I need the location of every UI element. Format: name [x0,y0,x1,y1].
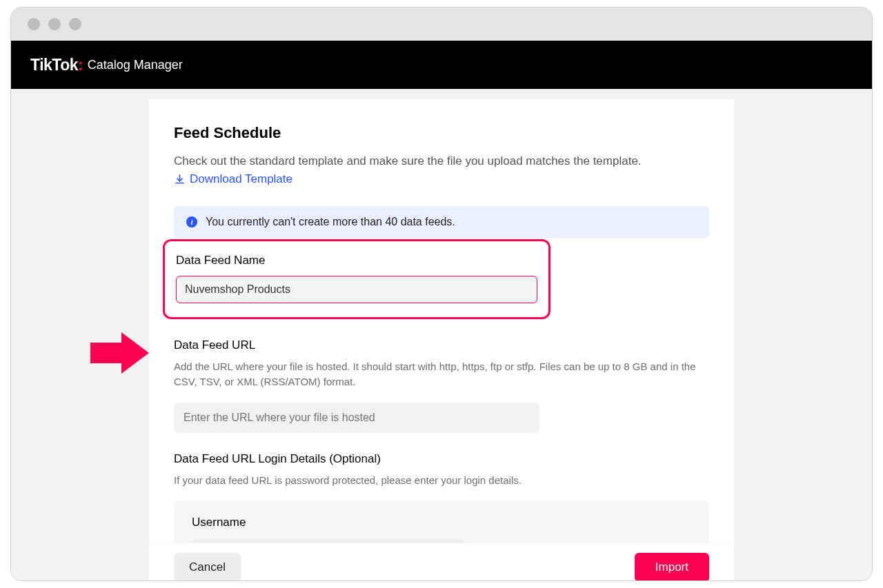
footer-bar: Cancel Import [149,543,734,580]
brand-name: TikTok [30,56,78,74]
browser-frame: TikTok: Catalog Manager Feed Schedule Ch… [10,7,873,581]
feed-url-label: Data Feed URL [174,338,709,352]
feed-name-highlight: Data Feed Name [163,239,550,319]
window-minimize-dot[interactable] [48,18,61,30]
window-maximize-dot[interactable] [69,18,81,30]
download-template-link[interactable]: Download Template [174,172,292,186]
app-header: TikTok: Catalog Manager [11,41,872,89]
feed-url-helper: Add the URL where your file is hosted. I… [174,359,709,390]
login-details-helper: If your data feed URL is password protec… [174,473,709,489]
feed-name-input[interactable] [176,276,537,303]
cancel-button[interactable]: Cancel [174,553,241,581]
page-subtitle: Check out the standard template and make… [174,154,709,168]
brand-subtitle: Catalog Manager [88,58,183,72]
login-details-label: Data Feed URL Login Details (Optional) [174,452,709,466]
info-banner: i You currently can't create more than 4… [174,206,709,238]
browser-titlebar [11,8,872,41]
download-icon [174,174,186,185]
page-background: Feed Schedule Check out the standard tem… [11,89,872,580]
download-template-label: Download Template [190,172,292,186]
brand-colon: : [78,56,83,74]
info-icon: i [186,216,197,227]
import-button[interactable]: Import [635,553,709,581]
content-card: Feed Schedule Check out the standard tem… [149,99,734,580]
window-close-dot[interactable] [28,18,40,30]
arrow-annotation-icon [90,332,149,374]
feed-url-input[interactable] [174,403,539,433]
page-title: Feed Schedule [174,124,709,142]
info-banner-text: You currently can't create more than 40 … [206,216,455,228]
feed-name-label: Data Feed Name [176,254,537,267]
username-label: Username [192,516,691,529]
